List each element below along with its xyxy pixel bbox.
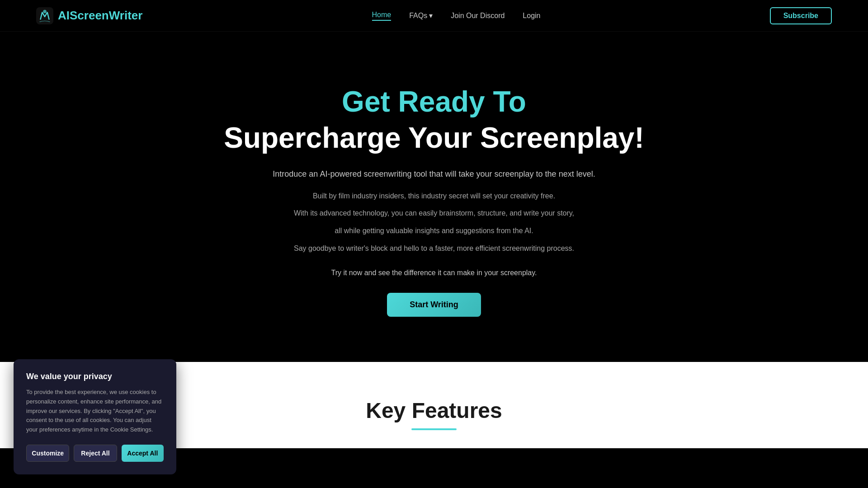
hero-desc-1: Built by film industry insiders, this in…	[313, 190, 555, 203]
svg-point-1	[43, 9, 47, 13]
hero-desc-2: With its advanced technology, you can ea…	[294, 207, 574, 220]
hero-title-line2: Supercharge Your Screenplay!	[224, 122, 644, 154]
navbar: AIScreenWriter Home FAQs ▾ Join Our Disc…	[0, 0, 868, 32]
key-features-title: Key Features	[366, 398, 502, 423]
logo-link[interactable]: AIScreenWriter	[36, 7, 142, 24]
logo-text-ai: AI	[58, 9, 70, 22]
hero-cta-text: Try it now and see the difference it can…	[331, 269, 537, 277]
nav-links: Home FAQs ▾ Join Our Discord Login	[372, 11, 541, 21]
cookie-accept-button[interactable]: Accept All	[122, 445, 164, 462]
logo-text-screenwriter: ScreenWriter	[70, 9, 142, 22]
cookie-banner: We value your privacy To provide the bes…	[14, 359, 176, 474]
nav-faqs[interactable]: FAQs ▾	[409, 11, 433, 20]
cookie-buttons: Customize Reject All Accept All	[26, 445, 164, 462]
nav-discord[interactable]: Join Our Discord	[451, 12, 505, 20]
chevron-down-icon: ▾	[429, 11, 433, 20]
key-features-underline	[411, 428, 457, 430]
cookie-reject-button[interactable]: Reject All	[74, 445, 117, 462]
logo-icon	[36, 7, 53, 24]
hero-desc-4: Say goodbye to writer's block and hello …	[294, 242, 574, 255]
nav-home[interactable]: Home	[372, 11, 392, 21]
cookie-banner-text: To provide the best experience, we use c…	[26, 388, 164, 435]
cookie-customize-button[interactable]: Customize	[26, 445, 69, 462]
logo-text: AIScreenWriter	[58, 9, 142, 23]
cookie-banner-title: We value your privacy	[26, 372, 164, 381]
nav-login[interactable]: Login	[523, 12, 540, 20]
hero-desc-3: all while getting valuable insights and …	[335, 225, 533, 238]
hero-title-line1: Get Ready To	[342, 86, 526, 117]
hero-subtitle: Introduce an AI-powered screenwriting to…	[273, 168, 595, 181]
start-writing-button[interactable]: Start Writing	[387, 293, 481, 317]
subscribe-button[interactable]: Subscribe	[770, 7, 832, 24]
hero-section: Get Ready To Supercharge Your Screenplay…	[0, 32, 868, 362]
